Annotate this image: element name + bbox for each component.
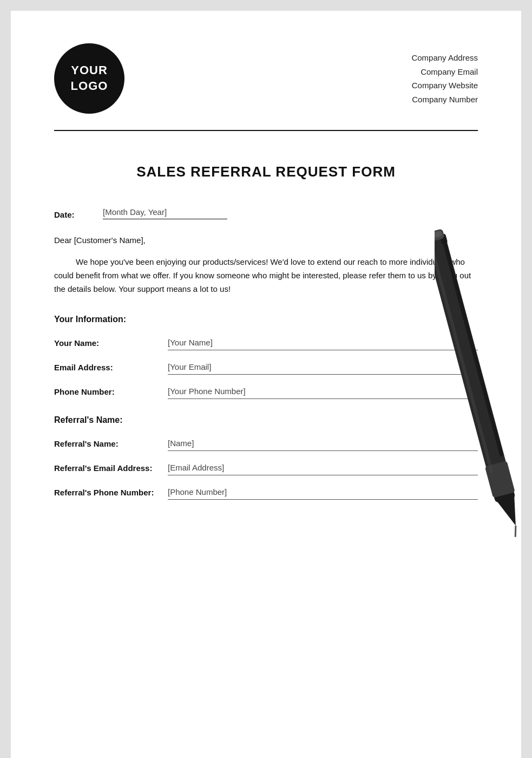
referral-email-label: Referral's Email Address: xyxy=(54,463,168,475)
email-value-wrapper: [Your Email] xyxy=(168,362,478,375)
phone-value: [Your Phone Number] xyxy=(168,387,478,398)
svg-line-5 xyxy=(513,526,518,537)
logo-line1: YOUR xyxy=(71,63,108,79)
date-value-wrapper: [Month Day, Year] xyxy=(103,207,227,219)
phone-value-wrapper: [Your Phone Number] xyxy=(168,387,478,399)
phone-field: Phone Number: [Your Phone Number] xyxy=(54,387,478,399)
company-number: Company Number xyxy=(411,93,478,107)
referral-phone-label: Referral's Phone Number: xyxy=(54,488,168,500)
referral-email-value: [Email Address] xyxy=(168,463,478,475)
referral-email-underline xyxy=(168,475,478,475)
referral-name-value-wrapper: [Name] xyxy=(168,439,478,451)
referral-section-heading: Referral's Name: xyxy=(54,415,478,425)
referral-name-field: Referral's Name: [Name] xyxy=(54,439,478,451)
date-label: Date: xyxy=(54,210,92,219)
pen-decoration xyxy=(435,217,521,552)
svg-marker-4 xyxy=(494,492,521,529)
header: YOUR LOGO Company Address Company Email … xyxy=(54,43,478,114)
phone-label: Phone Number: xyxy=(54,387,168,399)
referral-name-label: Referral's Name: xyxy=(54,439,168,451)
svg-rect-1 xyxy=(441,236,503,457)
logo-line2: LOGO xyxy=(71,79,108,94)
your-name-underline xyxy=(168,350,478,350)
date-value: [Month Day, Year] xyxy=(103,207,227,219)
company-email: Company Email xyxy=(411,65,478,79)
phone-underline xyxy=(168,398,478,399)
dear-line: Dear [Customer's Name], xyxy=(54,236,478,245)
referral-phone-value-wrapper: [Phone Number] xyxy=(168,487,478,500)
company-address: Company Address xyxy=(411,51,478,65)
body-text: We hope you've been enjoying our product… xyxy=(54,256,478,296)
email-field: Email Address: [Your Email] xyxy=(54,362,478,375)
referral-name-value: [Name] xyxy=(168,439,478,450)
referral-phone-value: [Phone Number] xyxy=(168,487,478,499)
email-label: Email Address: xyxy=(54,363,168,375)
email-value: [Your Email] xyxy=(168,362,478,374)
date-underline xyxy=(103,219,227,219)
email-underline xyxy=(168,374,478,375)
referral-name-underline xyxy=(168,450,478,451)
your-name-field: Your Name: [Your Name] xyxy=(54,338,478,350)
company-website: Company Website xyxy=(411,79,478,93)
company-info: Company Address Company Email Company We… xyxy=(411,51,478,106)
header-divider xyxy=(54,130,478,131)
referral-email-field: Referral's Email Address: [Email Address… xyxy=(54,463,478,475)
referral-email-value-wrapper: [Email Address] xyxy=(168,463,478,475)
referral-phone-underline xyxy=(168,499,478,500)
form-title: SALES REFERRAL REQUEST FORM xyxy=(54,164,478,180)
your-name-value-wrapper: [Your Name] xyxy=(168,338,478,350)
referral-phone-field: Referral's Phone Number: [Phone Number] xyxy=(54,487,478,500)
your-name-value: [Your Name] xyxy=(168,338,478,350)
date-row: Date: [Month Day, Year] xyxy=(54,207,478,219)
your-name-label: Your Name: xyxy=(54,338,168,350)
your-info-heading: Your Information: xyxy=(54,315,478,324)
company-logo: YOUR LOGO xyxy=(54,43,124,114)
page: YOUR LOGO Company Address Company Email … xyxy=(11,11,521,758)
